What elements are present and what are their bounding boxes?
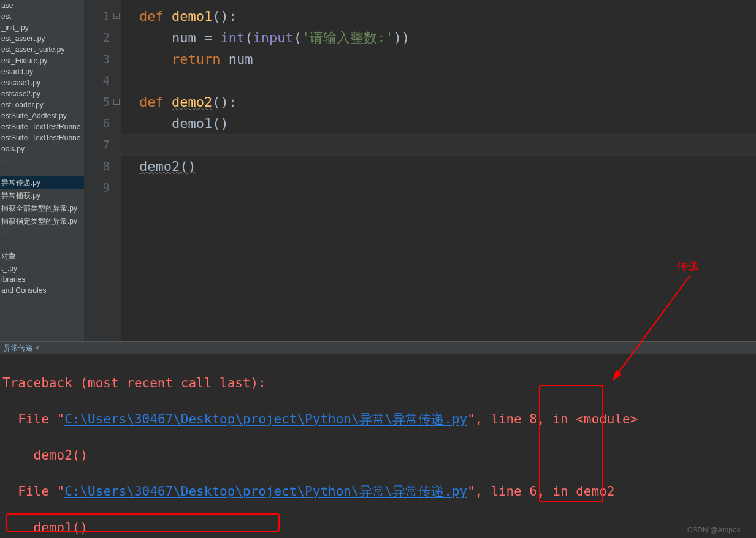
file-item[interactable]: · <box>0 228 84 239</box>
file-item[interactable]: est_assert.py <box>0 33 84 44</box>
code-line[interactable] <box>121 70 756 91</box>
file-item[interactable]: est_Fixture.py <box>0 55 84 66</box>
code-line[interactable]: def demo2(): <box>121 91 756 113</box>
line-number: 4 <box>84 70 110 91</box>
line-number: 7 <box>84 134 110 156</box>
file-item[interactable]: _init_.py <box>0 22 84 33</box>
file-item[interactable]: est_assert_suite.py <box>0 44 84 55</box>
file-item[interactable]: estcase1.py <box>0 77 84 88</box>
file-item[interactable]: and Consoles <box>0 285 84 296</box>
code-line-current[interactable] <box>121 134 756 156</box>
file-item[interactable]: · <box>0 239 84 250</box>
file-item[interactable]: 捕获指定类型的异常.py <box>0 215 84 228</box>
editor-wrap: 1− 2 3 4 5− 6 7 8 9 def demo1(): num = i… <box>84 0 756 341</box>
file-item[interactable]: · <box>0 154 84 165</box>
code-line[interactable]: def demo1(): <box>121 6 756 27</box>
traceback-code: demo2() <box>2 445 756 466</box>
file-item[interactable]: estSuite_TextTestRunne <box>0 132 84 143</box>
file-item[interactable]: estadd.py <box>0 66 84 77</box>
file-link[interactable]: C:\Users\30467\Desktop\project\Python\异常… <box>64 484 467 499</box>
file-item[interactable]: ibraries <box>0 274 84 285</box>
watermark: CSDN @Atopos__ <box>687 526 749 534</box>
fold-icon[interactable]: − <box>113 13 120 19</box>
code-line[interactable]: demo2() <box>121 156 756 177</box>
fold-icon[interactable]: − <box>113 99 120 105</box>
file-item[interactable]: · <box>0 165 84 176</box>
file-item[interactable]: ools.py <box>0 143 84 154</box>
panel-tab-bar: 异常传递 × <box>0 342 756 354</box>
file-item[interactable]: estLoader.py <box>0 99 84 110</box>
code-line[interactable] <box>121 177 756 199</box>
run-tab[interactable]: 异常传递 × <box>0 343 43 354</box>
file-item[interactable]: estSuite_TextTestRunne <box>0 121 84 132</box>
annotation-label: 传递 <box>677 259 699 274</box>
top-pane: ase est _init_.py est_assert.py est_asse… <box>0 0 756 341</box>
file-item[interactable]: 捕获全部类型的异常.py <box>0 202 84 215</box>
traceback-line: File "C:\Users\30467\Desktop\project\Pyt… <box>2 481 756 502</box>
file-item[interactable]: ase <box>0 0 84 11</box>
gutter: 1− 2 3 4 5− 6 7 8 9 <box>84 0 121 341</box>
code-line[interactable]: return num <box>121 48 756 70</box>
file-item[interactable]: estSuite_Addtest.py <box>0 110 84 121</box>
line-number: 1− <box>84 6 110 27</box>
traceback-header: Traceback (most recent call last): <box>2 373 756 394</box>
file-item[interactable]: 对象 <box>0 250 84 263</box>
file-item-selected[interactable]: 异常传递.py <box>0 176 84 189</box>
file-item[interactable]: est <box>0 11 84 22</box>
line-number: 3 <box>84 48 110 70</box>
code-editor[interactable]: 1− 2 3 4 5− 6 7 8 9 def demo1(): num = i… <box>84 0 756 341</box>
traceback-code: demo1() <box>2 517 756 538</box>
console-output[interactable]: Traceback (most recent call last): File … <box>0 354 756 538</box>
line-number: 2 <box>84 27 110 48</box>
code-line[interactable]: demo1() <box>121 113 756 134</box>
code-line[interactable]: num = int(input('请输入整数:')) <box>121 27 756 48</box>
line-number: 9 <box>84 177 110 199</box>
line-number: 5− <box>84 91 110 113</box>
file-item[interactable]: t_.py <box>0 263 84 274</box>
line-number: 8 <box>84 156 110 177</box>
file-item[interactable]: 异常捕获.py <box>0 189 84 202</box>
file-tree-sidebar[interactable]: ase est _init_.py est_assert.py est_asse… <box>0 0 84 341</box>
line-number: 6 <box>84 113 110 134</box>
traceback-line: File "C:\Users\30467\Desktop\project\Pyt… <box>2 409 756 430</box>
code-area[interactable]: def demo1(): num = int(input('请输入整数:')) … <box>121 0 756 341</box>
file-item[interactable]: estcase2.py <box>0 88 84 99</box>
file-link[interactable]: C:\Users\30467\Desktop\project\Python\异常… <box>64 412 467 426</box>
